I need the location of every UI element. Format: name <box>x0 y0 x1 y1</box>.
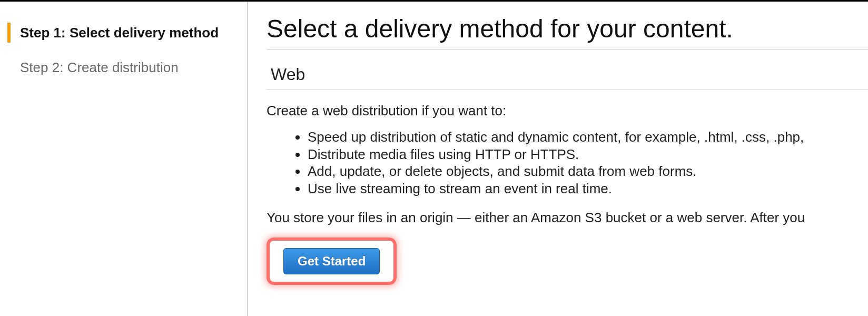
highlight-annotation: Get Started <box>267 238 397 285</box>
step-label: Step 2: Create distribution <box>20 60 179 76</box>
section-title-web: Web <box>267 65 868 90</box>
step-1-select-delivery-method[interactable]: Step 1: Select delivery method <box>7 23 236 43</box>
list-item: Add, update, or delete objects, and subm… <box>308 163 868 180</box>
step-2-create-distribution[interactable]: Step 2: Create distribution <box>7 57 236 77</box>
feature-list: Speed up distribution of static and dyna… <box>267 129 868 197</box>
active-step-indicator <box>7 23 11 43</box>
get-started-button[interactable]: Get Started <box>283 248 380 274</box>
step-label: Step 1: Select delivery method <box>20 25 219 41</box>
main-content: Select a delivery method for your conten… <box>248 2 868 316</box>
inactive-step-indicator <box>7 57 11 77</box>
list-item: Distribute media files using HTTP or HTT… <box>308 146 868 163</box>
origin-note: You store your files in an origin — eith… <box>267 210 868 226</box>
list-item: Use live streaming to stream an event in… <box>308 180 868 197</box>
list-item: Speed up distribution of static and dyna… <box>308 129 868 146</box>
page-title: Select a delivery method for your conten… <box>267 14 868 50</box>
intro-text: Create a web distribution if you want to… <box>267 103 868 119</box>
wizard-sidebar: Step 1: Select delivery method Step 2: C… <box>0 2 248 316</box>
